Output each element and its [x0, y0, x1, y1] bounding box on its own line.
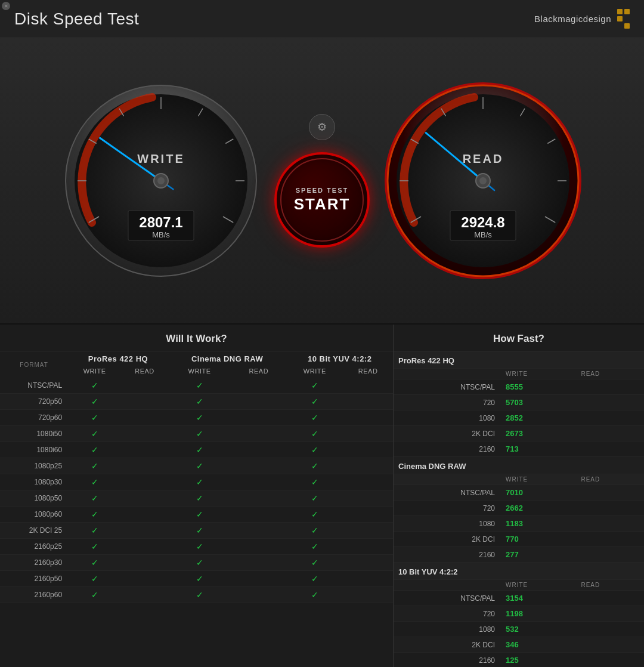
read-value [576, 547, 644, 563]
codec-header-row: 10 Bit YUV 4:2:2 [394, 563, 644, 580]
check-cell [343, 507, 393, 523]
start-button-label: SPEED TEST [296, 187, 348, 194]
checkmark-icon: ✓ [196, 445, 203, 455]
checkmark-icon: ✓ [91, 397, 98, 406]
format-label: 720p50 [0, 394, 68, 410]
check-cell [231, 474, 286, 490]
check-cell [343, 410, 393, 426]
table-row: 2160p30✓✓✓ [0, 555, 393, 571]
table-row: NTSC/PAL✓✓✓ [0, 378, 393, 394]
checkmark-icon: ✓ [311, 461, 318, 471]
format-label: 1080p60 [0, 507, 68, 523]
read-column-header: READ [576, 580, 644, 591]
settings-button[interactable]: ⚙ [309, 114, 335, 140]
format-label: 1080p25 [0, 458, 68, 474]
checkmark-icon: ✓ [91, 413, 98, 422]
close-button[interactable]: ✕ [2, 2, 10, 10]
list-item: 2160125 [394, 653, 644, 668]
check-cell: ✓ [286, 523, 343, 539]
check-cell [343, 539, 393, 555]
list-item: 7205703 [394, 395, 644, 410]
list-item: 2K DCI2673 [394, 426, 644, 441]
read-value [576, 485, 644, 501]
checkmark-icon: ✓ [196, 558, 203, 567]
start-button[interactable]: SPEED TEST START [274, 152, 370, 248]
check-cell [231, 442, 286, 458]
checkmark-icon: ✓ [196, 574, 203, 583]
table-row: 1080p60✓✓✓ [0, 507, 393, 523]
check-cell: ✓ [168, 587, 231, 603]
write-column-header: WRITE [501, 580, 576, 591]
write-column-header: WRITE [501, 474, 576, 485]
check-cell: ✓ [68, 410, 121, 426]
table-row: 2160p50✓✓✓ [0, 571, 393, 587]
resolution-label: NTSC/PAL [394, 379, 501, 395]
checkmark-icon: ✓ [196, 413, 203, 422]
middle-controls: ⚙ SPEED TEST START [274, 114, 370, 248]
read-value [576, 426, 644, 441]
checkmark-icon: ✓ [91, 590, 98, 600]
write-value: 346 [501, 637, 576, 653]
check-cell: ✓ [168, 378, 231, 394]
svg-point-15 [157, 177, 165, 184]
how-fast-panel: How Fast? ProRes 422 HQWRITEREADNTSC/PAL… [394, 325, 644, 667]
check-cell: ✓ [68, 442, 121, 458]
check-cell: ✓ [168, 490, 231, 507]
list-item: 10801183 [394, 516, 644, 532]
checkmark-icon: ✓ [91, 477, 98, 487]
format-col-header: FORMAT [0, 351, 68, 378]
format-label: 1080p50 [0, 490, 68, 507]
checkmark-icon: ✓ [91, 558, 98, 567]
read-gauge-svg: READ 2924.8 MB/s [382, 79, 584, 282]
brand-logo [617, 9, 630, 29]
codec-header-row: FORMAT ProRes 422 HQ Cinema DNG RAW 10 B… [0, 351, 393, 365]
resolution-label: 1080 [394, 622, 501, 637]
checkmark-icon: ✓ [91, 461, 98, 471]
check-cell: ✓ [168, 539, 231, 555]
format-label: 2K DCI 25 [0, 523, 68, 539]
check-cell: ✓ [286, 474, 343, 490]
gauges-section: WRITE 2807.1 MB/s ⚙ SPEED TEST START [0, 38, 644, 325]
check-cell [121, 507, 168, 523]
list-item: 7201198 [394, 606, 644, 622]
list-item: NTSC/PAL3154 [394, 591, 644, 606]
write-value: 277 [501, 547, 576, 563]
list-item: NTSC/PAL8555 [394, 379, 644, 395]
checkmark-icon: ✓ [311, 397, 318, 406]
checkmark-icon: ✓ [196, 509, 203, 519]
write-value: 3154 [501, 591, 576, 606]
svg-point-36 [479, 177, 487, 184]
check-cell [343, 555, 393, 571]
check-cell [343, 378, 393, 394]
check-cell: ✓ [286, 458, 343, 474]
check-cell: ✓ [286, 442, 343, 458]
list-item: NTSC/PAL7010 [394, 485, 644, 501]
read-value [576, 591, 644, 606]
read-value [576, 501, 644, 516]
checkmark-icon: ✓ [91, 445, 98, 455]
check-cell [231, 426, 286, 442]
resolution-label: 720 [394, 501, 501, 516]
check-cell [231, 410, 286, 426]
write-header-3: WRITE [286, 365, 343, 378]
checkmark-icon: ✓ [91, 493, 98, 503]
list-item: 2160277 [394, 547, 644, 563]
check-cell [343, 394, 393, 410]
resolution-label: 2160 [394, 547, 501, 563]
check-cell: ✓ [168, 442, 231, 458]
read-column-header: READ [576, 474, 644, 485]
check-cell [231, 571, 286, 587]
write-value: 713 [501, 441, 576, 457]
checkmark-icon: ✓ [196, 429, 203, 439]
checkmark-icon: ✓ [91, 381, 98, 390]
column-header-row: WRITEREAD [394, 369, 644, 379]
resolution-label: 2160 [394, 441, 501, 457]
check-cell [343, 523, 393, 539]
check-cell: ✓ [168, 523, 231, 539]
empty-cell [394, 580, 501, 591]
table-row: 1080p30✓✓✓ [0, 474, 393, 490]
svg-text:MB/s: MB/s [152, 230, 170, 239]
resolution-label: 720 [394, 606, 501, 622]
check-cell: ✓ [168, 410, 231, 426]
check-cell: ✓ [286, 507, 343, 523]
